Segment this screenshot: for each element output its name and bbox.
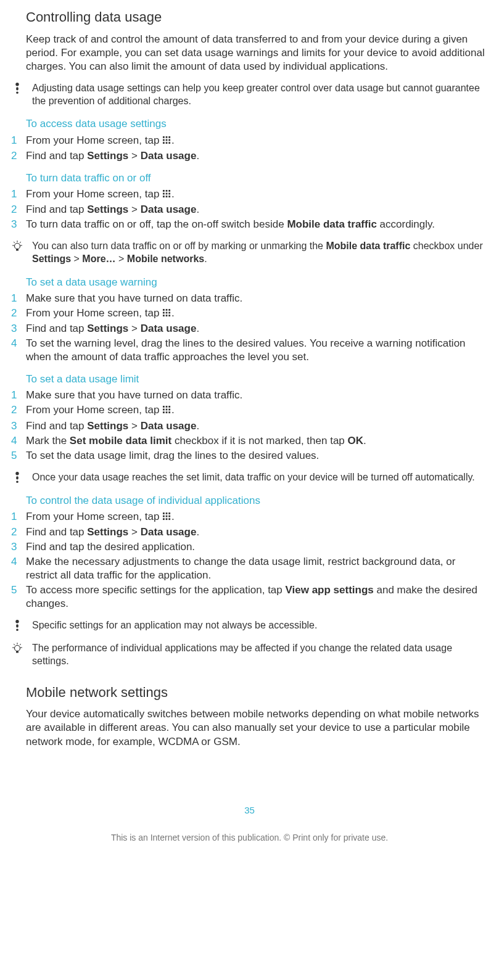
text: . bbox=[171, 511, 175, 522]
text: Find and tap bbox=[26, 323, 87, 334]
warning-note-1: Adjusting data usage settings can help y… bbox=[11, 82, 488, 108]
footer-copyright: This is an Internet version of this publ… bbox=[11, 832, 488, 843]
note-text: Specific settings for an application may… bbox=[32, 619, 488, 632]
text: . bbox=[196, 526, 199, 538]
lightbulb-icon bbox=[11, 642, 23, 654]
step: From your Home screen, tap . bbox=[11, 403, 488, 418]
bold: Settings bbox=[87, 323, 128, 334]
step: To turn data traffic on or off, tap the … bbox=[11, 218, 488, 231]
tip-note-2: The performance of individual applicatio… bbox=[11, 642, 488, 668]
text: . bbox=[196, 323, 199, 334]
proc5-steps: From your Home screen, tap . Find and ta… bbox=[11, 510, 488, 611]
text: From your Home screen, tap bbox=[26, 307, 162, 319]
text: From your Home screen, tap bbox=[26, 188, 162, 200]
step: From your Home screen, tap . bbox=[11, 307, 488, 321]
text: Make sure that you have turned on data t… bbox=[26, 389, 488, 402]
bold: Settings bbox=[87, 420, 128, 432]
proc5-title: To control the data usage of individual … bbox=[26, 494, 488, 508]
warning-note-2: Once your data usage reaches the set lim… bbox=[11, 471, 488, 484]
b: Mobile data traffic bbox=[326, 241, 410, 251]
text: To access more specific settings for the… bbox=[26, 584, 285, 596]
bold: Data usage bbox=[141, 526, 197, 538]
step: Find and tap Settings > Data usage. bbox=[11, 203, 488, 216]
step: Find and tap Settings > Data usage. bbox=[11, 419, 488, 433]
text: Make the necessary adjustments to change… bbox=[26, 555, 488, 582]
warning-note-3: Specific settings for an application may… bbox=[11, 619, 488, 632]
note-text: Once your data usage reaches the set lim… bbox=[32, 471, 488, 484]
text: accordingly. bbox=[377, 218, 435, 230]
lightbulb-icon bbox=[11, 240, 23, 252]
apps-grid-icon bbox=[163, 511, 171, 524]
exclamation-icon bbox=[11, 619, 23, 631]
page-footer: 35 This is an Internet version of this p… bbox=[11, 804, 488, 856]
section1-intro: Keep track of and control the amount of … bbox=[26, 33, 488, 73]
note-text: You can also turn data traffic on or off… bbox=[32, 240, 488, 266]
b: Settings bbox=[32, 253, 71, 264]
bold: Data usage bbox=[141, 420, 197, 432]
text: . bbox=[171, 307, 175, 319]
text: > bbox=[128, 420, 140, 432]
step: To set the data usage limit, drag the li… bbox=[11, 449, 488, 463]
bold: Settings bbox=[87, 526, 128, 538]
exclamation-icon bbox=[11, 471, 23, 483]
text: . bbox=[196, 150, 199, 162]
content-area: Controlling data usage Keep track of and… bbox=[11, 9, 488, 749]
step: Make the necessary adjustments to change… bbox=[11, 555, 488, 582]
text: Mark the bbox=[26, 435, 70, 447]
bold: Data usage bbox=[141, 323, 197, 334]
proc3-steps: Make sure that you have turned on data t… bbox=[11, 292, 488, 364]
text: . bbox=[196, 420, 199, 432]
text: To set the data usage limit, drag the li… bbox=[26, 449, 488, 463]
t: > bbox=[116, 253, 127, 264]
step: Make sure that you have turned on data t… bbox=[11, 292, 488, 305]
apps-grid-icon bbox=[163, 404, 171, 418]
t: . bbox=[204, 253, 207, 264]
proc1-title: To access data usage settings bbox=[26, 117, 488, 131]
text: checkbox if it is not marked, then tap bbox=[171, 435, 347, 447]
section2-intro: Your device automatically switches betwe… bbox=[26, 707, 488, 748]
text: . bbox=[171, 188, 175, 200]
step: Find and tap the desired application. bbox=[11, 540, 488, 554]
text: . bbox=[171, 134, 175, 146]
bold: Data usage bbox=[141, 204, 197, 215]
text: Find and tap the desired application. bbox=[26, 540, 488, 554]
bold: Settings bbox=[87, 150, 128, 162]
step: Mark the Set mobile data limit checkbox … bbox=[11, 434, 488, 448]
t: checkbox under bbox=[410, 241, 482, 251]
proc2-steps: From your Home screen, tap . Find and ta… bbox=[11, 187, 488, 231]
text: . bbox=[171, 404, 175, 416]
text: From your Home screen, tap bbox=[26, 404, 162, 416]
text: Find and tap bbox=[26, 150, 87, 162]
proc2-title: To turn data traffic on or off bbox=[26, 171, 488, 185]
step: From your Home screen, tap . bbox=[11, 134, 488, 148]
text: To turn data traffic on or off, tap the … bbox=[26, 218, 287, 230]
text: From your Home screen, tap bbox=[26, 134, 162, 146]
note-text: The performance of individual applicatio… bbox=[32, 642, 488, 668]
bold: OK bbox=[348, 435, 364, 447]
t: You can also turn data traffic on or off… bbox=[32, 241, 326, 251]
text: . bbox=[363, 435, 366, 447]
text: From your Home screen, tap bbox=[26, 511, 162, 522]
section-title-2: Mobile network settings bbox=[26, 684, 488, 702]
note-text: Adjusting data usage settings can help y… bbox=[32, 82, 488, 108]
manual-page: Controlling data usage Keep track of and… bbox=[0, 0, 499, 862]
step: Find and tap Settings > Data usage. bbox=[11, 322, 488, 336]
step: Find and tap Settings > Data usage. bbox=[11, 149, 488, 163]
b: More… bbox=[82, 253, 115, 264]
step: Make sure that you have turned on data t… bbox=[11, 389, 488, 402]
page-number: 35 bbox=[11, 804, 488, 817]
step: From your Home screen, tap . bbox=[11, 510, 488, 524]
t: > bbox=[71, 253, 82, 264]
text: Find and tap bbox=[26, 420, 87, 432]
step: From your Home screen, tap . bbox=[11, 187, 488, 202]
bold: Data usage bbox=[141, 150, 197, 162]
text: . bbox=[196, 204, 199, 215]
text: > bbox=[128, 150, 140, 162]
text: Find and tap bbox=[26, 204, 87, 215]
step: To access more specific settings for the… bbox=[11, 583, 488, 611]
b: Mobile networks bbox=[127, 253, 204, 264]
exclamation-icon bbox=[11, 82, 23, 94]
bold: Settings bbox=[87, 204, 128, 215]
text: To set the warning level, drag the lines… bbox=[26, 337, 488, 364]
text: > bbox=[128, 526, 140, 538]
